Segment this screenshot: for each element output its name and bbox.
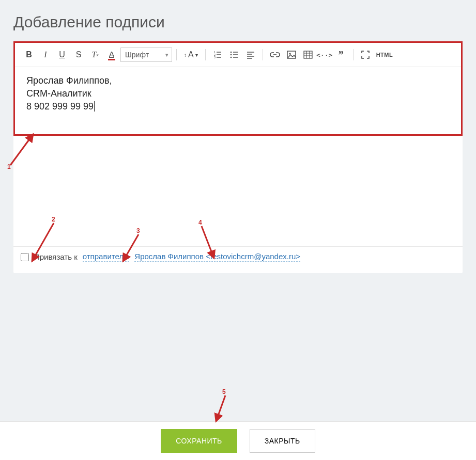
font-family-select[interactable]: Шрифт	[120, 47, 172, 62]
svg-text:3: 3	[214, 56, 216, 59]
code-icon[interactable]: <··>	[317, 47, 332, 62]
editor-highlight-box: B I U S Tx A Шрифт ↕A▾ 123	[13, 41, 463, 136]
bind-target-value[interactable]: Ярослав Филиппов <testovichcrm@yandex.ru…	[134, 252, 300, 262]
svg-point-9	[230, 52, 232, 53]
bind-row: Привязать к отправителю Ярослав Филиппов…	[13, 246, 463, 273]
quote-icon[interactable]: ”	[333, 47, 349, 62]
separator	[176, 49, 177, 60]
signature-card: B I U S Tx A Шрифт ↕A▾ 123	[13, 41, 463, 273]
image-icon[interactable]	[284, 47, 299, 62]
strikethrough-icon[interactable]: S	[71, 47, 86, 62]
editor-content[interactable]: Ярослав Филиппов, CRM-Аналитик 8 902 999…	[15, 67, 461, 134]
font-size-select[interactable]: ↕A▾	[181, 47, 201, 62]
signature-line: 8 902 999 99 99	[26, 100, 450, 113]
signature-line: CRM-Аналитик	[26, 87, 450, 100]
editor-toolbar: B I U S Tx A Шрифт ↕A▾ 123	[15, 43, 461, 67]
table-icon[interactable]	[300, 47, 316, 62]
fullscreen-icon[interactable]	[358, 47, 373, 62]
separator	[263, 49, 263, 60]
bind-target-type[interactable]: отправителю	[83, 252, 130, 262]
signature-line: Ярослав Филиппов,	[26, 74, 450, 87]
svg-line-27	[216, 395, 225, 421]
align-icon[interactable]	[243, 47, 258, 62]
unordered-list-icon[interactable]	[226, 47, 242, 62]
separator	[353, 49, 354, 60]
underline-icon[interactable]: U	[54, 47, 70, 62]
close-button[interactable]: ЗАКРЫТЬ	[250, 429, 315, 453]
bind-checkbox[interactable]	[21, 253, 29, 261]
bind-label: Привязать к	[34, 252, 78, 261]
italic-icon[interactable]: I	[38, 47, 53, 62]
svg-point-17	[289, 53, 290, 54]
editor-spacer	[13, 138, 463, 246]
svg-point-11	[230, 57, 232, 58]
link-icon[interactable]	[267, 47, 283, 62]
font-color-icon[interactable]: A	[104, 47, 119, 62]
html-source-button[interactable]: HTML	[374, 47, 395, 62]
separator	[205, 49, 206, 60]
bold-icon[interactable]: B	[21, 47, 37, 62]
clear-format-icon[interactable]: Tx	[87, 47, 103, 62]
save-button[interactable]: СОХРАНИТЬ	[161, 429, 237, 453]
svg-point-10	[230, 54, 232, 56]
page-title: Добавление подписи	[0, 0, 476, 41]
svg-rect-18	[304, 51, 312, 58]
ordered-list-icon[interactable]: 123	[210, 47, 225, 62]
footer-actions: СОХРАНИТЬ ЗАКРЫТЬ	[0, 421, 476, 460]
